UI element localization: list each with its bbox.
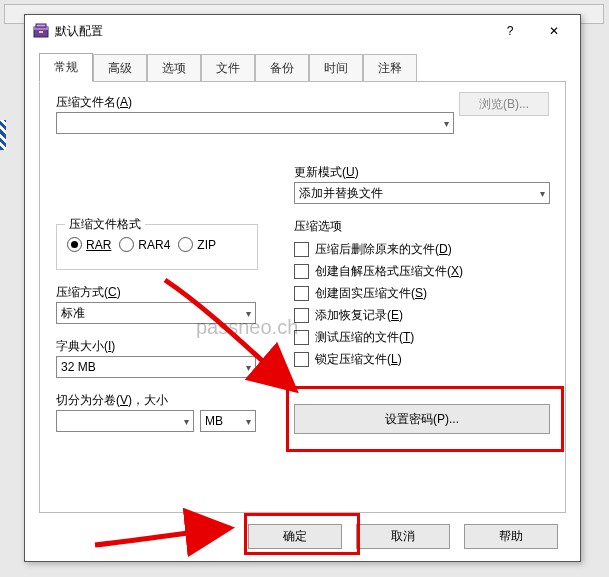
radio-zip[interactable]: ZIP <box>178 237 216 252</box>
chevron-down-icon: ▾ <box>540 188 545 199</box>
check-delete-after[interactable]: 压缩后删除原来的文件(D) <box>294 238 463 260</box>
chevron-down-icon: ▾ <box>246 416 251 427</box>
check-lock-archive[interactable]: 锁定压缩文件(L) <box>294 348 463 370</box>
tab-options[interactable]: 选项 <box>147 54 201 82</box>
split-volumes-label: 切分为分卷(V)，大小 <box>56 392 168 409</box>
compression-method-combo[interactable]: 标准▾ <box>56 302 256 324</box>
close-button[interactable]: ✕ <box>532 16 576 46</box>
archive-format-legend: 压缩文件格式 <box>65 216 145 233</box>
dialog-title: 默认配置 <box>55 23 488 40</box>
update-mode-combo[interactable]: 添加并替换文件▾ <box>294 182 550 204</box>
browse-button[interactable]: 浏览(B)... <box>459 92 549 116</box>
tab-time[interactable]: 时间 <box>309 54 363 82</box>
help-button-bottom[interactable]: 帮助 <box>464 524 558 549</box>
chevron-down-icon: ▾ <box>246 308 251 319</box>
annotation-highlight-password <box>286 386 564 452</box>
tab-files[interactable]: 文件 <box>201 54 255 82</box>
chevron-down-icon: ▾ <box>444 118 449 129</box>
radio-rar[interactable]: RAR <box>67 237 111 252</box>
dictionary-size-combo[interactable]: 32 MB▾ <box>56 356 256 378</box>
tab-comment[interactable]: 注释 <box>363 54 417 82</box>
archive-name-input[interactable]: ▾ <box>56 112 454 134</box>
chevron-down-icon: ▾ <box>246 362 251 373</box>
update-mode-label: 更新模式(U) <box>294 164 359 181</box>
split-size-input[interactable]: ▾ <box>56 410 194 432</box>
dictionary-size-label: 字典大小(I) <box>56 338 115 355</box>
tab-strip: 常规 高级 选项 文件 备份 时间 注释 <box>25 53 580 81</box>
svg-rect-3 <box>39 31 43 33</box>
tab-advanced[interactable]: 高级 <box>93 54 147 82</box>
default-profile-dialog: 默认配置 ? ✕ 常规 高级 选项 文件 备份 时间 注释 压缩文件名(A) ▾ <box>24 14 581 562</box>
app-icon <box>33 23 49 39</box>
check-test-archive[interactable]: 测试压缩的文件(T) <box>294 326 463 348</box>
check-create-sfx[interactable]: 创建自解压格式压缩文件(X) <box>294 260 463 282</box>
tab-general[interactable]: 常规 <box>39 53 93 82</box>
compression-options-legend: 压缩选项 <box>294 218 342 235</box>
compression-options-group: 压缩选项 压缩后删除原来的文件(D) 创建自解压格式压缩文件(X) 创建固实压缩… <box>294 224 550 380</box>
compression-method-label: 压缩方式(C) <box>56 284 121 301</box>
tab-panel-general: 压缩文件名(A) ▾ 浏览(B)... 更新模式(U) 添加并替换文件▾ 压缩文… <box>39 81 566 513</box>
svg-rect-2 <box>36 24 46 27</box>
help-button[interactable]: ? <box>488 16 532 46</box>
check-create-solid[interactable]: 创建固实压缩文件(S) <box>294 282 463 304</box>
check-add-recovery[interactable]: 添加恢复记录(E) <box>294 304 463 326</box>
titlebar: 默认配置 ? ✕ <box>25 15 580 47</box>
cancel-button[interactable]: 取消 <box>356 524 450 549</box>
radio-rar4[interactable]: RAR4 <box>119 237 170 252</box>
split-unit-combo[interactable]: MB▾ <box>200 410 256 432</box>
annotation-highlight-ok <box>244 513 360 555</box>
archive-format-group: 压缩文件格式 RAR RAR4 ZIP <box>56 224 258 270</box>
tab-backup[interactable]: 备份 <box>255 54 309 82</box>
archive-name-label: 压缩文件名(A) <box>56 94 132 111</box>
chevron-down-icon: ▾ <box>184 416 189 427</box>
